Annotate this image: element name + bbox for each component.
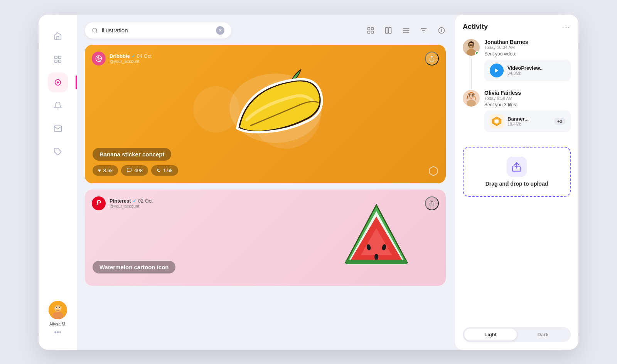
sidebar-item-bookmark[interactable] xyxy=(48,72,68,92)
banner-file-info: Banner... 19,4Mb xyxy=(507,116,550,126)
dribbble-logo xyxy=(92,52,106,65)
svg-rect-16 xyxy=(368,27,370,30)
grid-icon xyxy=(54,55,62,64)
sidebar-item-notification[interactable] xyxy=(48,96,68,116)
svg-rect-17 xyxy=(371,27,374,30)
user-name: Allysa M. xyxy=(49,322,67,326)
drag-drop-zone[interactable]: Drag and drop to upload xyxy=(463,147,571,197)
svg-point-51 xyxy=(469,95,470,97)
retweet-icon: ↻ xyxy=(157,168,161,173)
banner-file-card[interactable]: Banner... 19,4Mb +2 xyxy=(484,111,571,132)
online-indicator xyxy=(475,51,479,55)
theme-toggle: Light Dark xyxy=(463,327,571,342)
activity-item-olivia: Olivia Fairless Today 9:58 AM Sent you 3… xyxy=(463,90,571,134)
app-container: Allysa M. ••• ✕ xyxy=(39,15,578,350)
olivia-avatar xyxy=(463,90,480,107)
video-file-name: VideoPreview.. xyxy=(507,65,565,71)
share-button-watermelon[interactable] xyxy=(425,196,439,210)
pinterest-logo: P xyxy=(92,196,106,210)
list-view-button[interactable] xyxy=(399,23,413,38)
stat-shares: ↻ 1.6k xyxy=(151,165,178,176)
info-icon xyxy=(438,27,445,34)
olivia-body: Olivia Fairless Today 9:58 AM Sent you 3… xyxy=(484,90,571,134)
banner-file-size: 19,4Mb xyxy=(507,122,550,126)
bell-icon xyxy=(54,101,62,110)
activity-title: Activity xyxy=(463,23,488,31)
split-view-icon xyxy=(384,27,392,34)
watermelon-illustration xyxy=(338,197,423,282)
dark-theme-button[interactable]: Dark xyxy=(517,329,569,341)
post-source-watermelon: Pinterest ✓ 02 Oct xyxy=(110,198,153,204)
svg-point-46 xyxy=(472,44,474,45)
sidebar-item-home[interactable] xyxy=(48,26,68,46)
search-icon xyxy=(92,27,98,34)
post-stats-banana: ♥ 8.6k 498 ↻ 1.6k xyxy=(93,165,438,176)
search-bar: ✕ xyxy=(85,22,449,39)
svg-point-52 xyxy=(472,95,474,97)
info-button[interactable] xyxy=(434,23,449,38)
svg-rect-3 xyxy=(59,60,61,62)
extra-files-badge: +2 xyxy=(554,118,565,125)
avatar[interactable] xyxy=(49,301,67,319)
svg-rect-1 xyxy=(59,56,61,58)
view-controls xyxy=(363,23,449,38)
activity-item-jonathan: Jonathan Barnes Today 10:34 AM Sent you … xyxy=(463,39,571,84)
search-input[interactable] xyxy=(102,27,212,34)
sketch-file-icon xyxy=(490,114,504,128)
svg-point-50 xyxy=(467,100,476,107)
list-view-icon xyxy=(402,27,410,34)
split-view-button[interactable] xyxy=(381,23,396,38)
svg-rect-0 xyxy=(55,56,57,58)
svg-point-9 xyxy=(52,312,63,319)
olivia-avatar-face xyxy=(463,90,480,107)
svg-rect-20 xyxy=(386,27,388,33)
post-title-watermelon: Watermelon cartoon icon xyxy=(93,261,175,273)
olivia-desc: Sent you 3 files: xyxy=(484,102,571,107)
mail-icon xyxy=(54,124,62,133)
pinterest-p: P xyxy=(96,199,101,207)
comment-icon xyxy=(126,168,132,173)
video-file-info: VideoPreview.. 34,8Mb xyxy=(507,65,565,75)
svg-rect-38 xyxy=(346,260,407,264)
upload-icon xyxy=(511,161,522,172)
svg-line-15 xyxy=(96,32,97,33)
clear-search-button[interactable]: ✕ xyxy=(216,26,224,35)
share-button-banana[interactable] xyxy=(425,52,439,65)
svg-rect-19 xyxy=(371,31,374,33)
light-theme-button[interactable]: Light xyxy=(464,329,517,341)
sidebar-item-tag[interactable] xyxy=(48,142,68,162)
olivia-time: Today 9:58 AM xyxy=(484,96,571,101)
user-avatar-section: Allysa M. ••• xyxy=(49,301,67,342)
tag-icon xyxy=(54,148,62,156)
grid-2col-icon xyxy=(367,27,374,34)
post-source-banana: Dribbble ✓ 04 Oct xyxy=(110,53,152,59)
svg-point-37 xyxy=(374,254,378,260)
more-options-dots[interactable]: ••• xyxy=(54,329,62,337)
jonathan-avatar xyxy=(463,39,480,56)
sketch-icon xyxy=(491,116,502,127)
sidebar-item-mail[interactable] xyxy=(48,119,68,139)
activity-panel: Activity ··· xyxy=(455,15,578,350)
jonathan-body: Jonathan Barnes Today 10:34 AM Sent you … xyxy=(484,39,571,84)
jonathan-desc: Sent you video: xyxy=(484,51,571,57)
verified-badge: ✓ xyxy=(131,54,135,59)
banana-illustration xyxy=(216,66,339,162)
video-file-size: 34,8Mb xyxy=(507,71,565,75)
svg-point-13 xyxy=(59,307,60,308)
svg-marker-47 xyxy=(495,68,498,72)
filter-button[interactable] xyxy=(416,23,431,38)
sidebar-item-grid[interactable] xyxy=(48,49,68,69)
activity-more-button[interactable]: ··· xyxy=(562,22,571,31)
banner-file-name: Banner... xyxy=(507,116,550,122)
video-file-card[interactable]: VideoPreview.. 34,8Mb xyxy=(484,60,571,81)
carousel-dot xyxy=(429,166,438,176)
svg-point-8 xyxy=(54,305,61,312)
verified-badge-2: ✓ xyxy=(133,198,137,204)
svg-point-45 xyxy=(469,44,470,45)
sidebar-nav xyxy=(39,22,77,298)
stat-likes: ♥ 8.6k xyxy=(93,165,118,176)
upload-icon-container xyxy=(507,157,527,177)
grid-view-button[interactable] xyxy=(363,23,378,38)
svg-rect-21 xyxy=(389,27,391,33)
play-icon xyxy=(494,68,499,73)
